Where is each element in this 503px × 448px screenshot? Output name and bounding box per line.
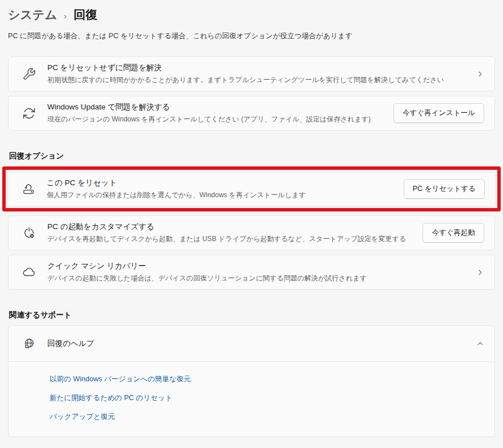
help-expander-header[interactable]: 回復のヘルプ [9,326,494,361]
breadcrumb-chevron-icon: › [64,10,67,21]
row-description: 現在のバージョンの Windows を再インストールしてください (アプリ、ファ… [47,115,384,124]
reinstall-now-button[interactable]: 今すぐ再インストール [394,103,484,123]
highlight-annotation: この PC をリセット 個人用ファイルの保持または削除を選んでから、Window… [2,166,501,211]
row-title: この PC をリセット [47,178,395,188]
row-title: Windows Update で問題を解決する [47,102,384,112]
section-recovery-options: 回復オプション [9,151,494,161]
link-restore-previous-windows[interactable]: 以前の Windows バージョンへの簡単な復元 [50,370,484,389]
page-subtitle: PC に問題がある場合、または PC をリセットする場合、これらの回復オプション… [8,31,495,41]
chevron-up-icon [476,340,484,348]
reset-pc-button[interactable]: PC をリセットする [404,179,485,199]
card-list: PC をリセットせずに問題を解決 初期状態に戻すのに時間がかかることがあります。… [8,56,495,131]
row-description: デバイスの起動に失敗した場合は、デバイスの回復ソリューションに関する問題の解決が… [47,274,467,283]
help-title: 回復のヘルプ [47,339,467,349]
breadcrumb-system[interactable]: システム [8,7,57,23]
row-description: 個人用ファイルの保持または削除を選んでから、Windows を再インストールしま… [47,190,395,200]
chevron-right-icon [476,268,484,276]
power-gear-icon [22,226,36,240]
row-reset-pc: この PC をリセット 個人用ファイルの保持または削除を選んでから、Window… [7,172,496,206]
row-windows-update: Windows Update で問題を解決する 現在のバージョンの Window… [8,96,495,131]
row-description: 初期状態に戻すのに時間がかかることがあります。まずトラブルシューティングツールを… [47,75,467,85]
page-title: 回復 [74,7,98,23]
chevron-right-icon [476,70,484,78]
row-advanced-startup: PC の起動をカスタマイズする デバイスを再起動してディスクから起動、または U… [8,215,495,250]
link-backup-and-restore[interactable]: バックアップと復元 [50,408,484,426]
settings-recovery-page: システム › 回復 PC に問題がある場合、または PC をリセットする場合、こ… [0,0,503,448]
section-related-support: 関連するサポート [9,310,494,320]
cloud-icon [22,266,36,279]
restart-now-button[interactable]: 今すぐ再起動 [423,223,484,243]
row-title: PC の起動をカスタマイズする [47,222,413,232]
help-card: 回復のヘルプ 以前の Windows バージョンへの簡単な復元 新たに開始するた… [8,325,495,437]
wrench-icon [22,67,36,81]
row-fix-without-reset[interactable]: PC をリセットせずに問題を解決 初期状態に戻すのに時間がかかることがあります。… [8,56,495,91]
link-fresh-start-reset[interactable]: 新たに開始するための PC のリセット [50,389,484,408]
row-title: クイック マシン リカバリー [47,261,467,271]
reset-drive-icon [22,182,35,196]
row-title: PC をリセットせずに問題を解決 [47,63,467,73]
breadcrumb: システム › 回復 [8,7,495,23]
row-description: デバイスを再起動してディスクから起動、または USB ドライブから起動するなど、… [47,234,413,244]
sync-arrows-icon [22,107,36,120]
help-links: 以前の Windows バージョンへの簡単な復元 新たに開始するための PC の… [9,362,494,437]
row-quick-machine-recovery[interactable]: クイック マシン リカバリー デバイスの起動に失敗した場合は、デバイスの回復ソリ… [8,255,495,290]
globe-search-icon [22,337,36,351]
